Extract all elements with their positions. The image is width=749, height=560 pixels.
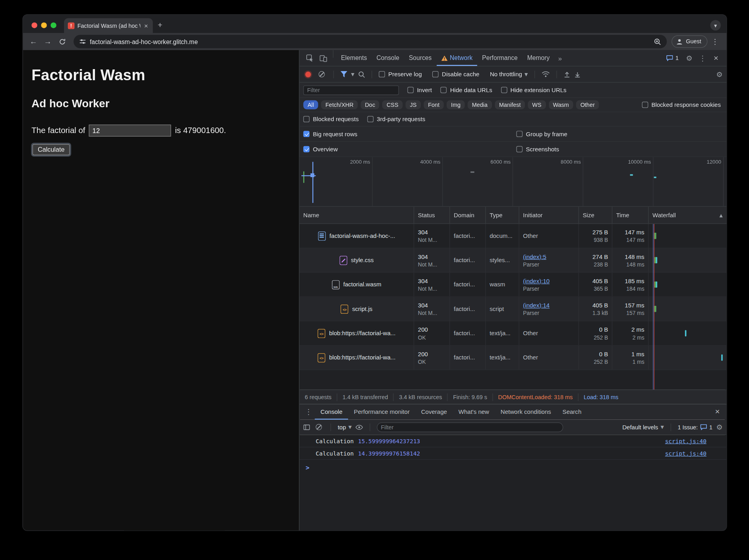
request-row[interactable]: blob:https://factorial-wa... 200OK facto… [300, 346, 727, 370]
clear-console-icon[interactable] [316, 424, 322, 430]
factorial-input[interactable] [89, 125, 171, 137]
network-conditions-icon[interactable] [542, 71, 550, 77]
address-bar[interactable]: factorial-wasm-ad-hoc-worker.glitch.me [74, 35, 667, 48]
screenshots-checkbox[interactable]: Screenshots [516, 146, 722, 153]
back-button[interactable]: ← [27, 35, 40, 48]
console-sidebar-icon[interactable] [303, 424, 310, 430]
request-row[interactable]: style.css 304Not M... factori... styles.… [300, 248, 727, 272]
new-tab-button[interactable]: + [153, 21, 168, 33]
request-row[interactable]: factorial-wasm-ad-hoc-... 304Not M... fa… [300, 224, 727, 248]
disable-cache-checkbox[interactable]: Disable cache [432, 71, 479, 78]
filter-caret-icon[interactable]: ▼ [351, 72, 354, 77]
drawer-tab-whats-new[interactable]: What's new [453, 404, 495, 419]
request-row[interactable]: script.js 304Not M... factori... script … [300, 297, 727, 321]
drawer-menu-icon[interactable]: ⋮ [302, 404, 315, 419]
tab-performance[interactable]: Performance [477, 50, 523, 66]
import-har-icon[interactable] [563, 71, 570, 78]
column-size[interactable]: Size [579, 207, 612, 224]
request-row[interactable]: factorial.wasm 304Not M... factori... wa… [300, 272, 727, 297]
chip-all[interactable]: All [303, 100, 318, 109]
initiator-link[interactable]: (index):14 [523, 302, 575, 309]
network-settings-icon[interactable]: ⚙ [716, 70, 723, 79]
inspect-icon[interactable] [303, 50, 317, 66]
column-initiator[interactable]: Initiator [519, 207, 579, 224]
request-row[interactable]: blob:https://factorial-wa... 200OK facto… [300, 321, 727, 346]
column-domain[interactable]: Domain [450, 207, 486, 224]
chip-fetch-xhr[interactable]: Fetch/XHR [321, 100, 358, 109]
console-settings-icon[interactable]: ⚙ [716, 423, 723, 431]
close-devtools-icon[interactable]: × [709, 50, 723, 66]
tab-sources[interactable]: Sources [404, 50, 436, 66]
more-tabs-icon[interactable]: » [554, 50, 566, 66]
invert-checkbox[interactable]: Invert [407, 87, 432, 93]
site-info-icon[interactable] [79, 38, 86, 45]
console-filter-input[interactable] [377, 422, 563, 432]
devtools-settings-icon[interactable]: ⚙ [683, 50, 696, 66]
eye-icon[interactable] [356, 424, 363, 430]
column-type[interactable]: Type [486, 207, 519, 224]
throttling-select[interactable]: No throttling▼ [490, 71, 528, 78]
column-status[interactable]: Status [414, 207, 450, 224]
close-tab-icon[interactable]: × [143, 22, 149, 29]
third-party-requests-checkbox[interactable]: 3rd-party requests [367, 116, 425, 123]
chip-wasm[interactable]: Wasm [549, 100, 573, 109]
drawer-tab-search[interactable]: Search [557, 404, 587, 419]
chip-other[interactable]: Other [576, 100, 599, 109]
column-waterfall[interactable]: Waterfall ▲ [648, 207, 726, 224]
overview-checkbox[interactable]: Overview [303, 146, 516, 153]
search-icon[interactable] [358, 71, 365, 78]
tab-memory[interactable]: Memory [523, 50, 554, 66]
blocked-response-cookies-checkbox[interactable]: Blocked response cookies [642, 101, 722, 108]
drawer-tab-coverage[interactable]: Coverage [415, 404, 453, 419]
chip-img[interactable]: Img [447, 100, 465, 109]
initiator-link[interactable]: (index):5 [523, 253, 575, 260]
zoom-icon[interactable] [654, 38, 661, 45]
chip-manifest[interactable]: Manifest [495, 100, 525, 109]
browser-tab[interactable]: ! Factorial Wasm (ad hoc Work × [64, 18, 153, 33]
network-overview-timeline[interactable]: 2000 ms 4000 ms 6000 ms 8000 ms 10000 ms… [300, 157, 727, 207]
export-har-icon[interactable] [574, 71, 581, 78]
hide-data-urls-checkbox[interactable]: Hide data URLs [441, 87, 492, 93]
chip-css[interactable]: CSS [382, 100, 403, 109]
log-levels-select[interactable]: Default levels▼ [622, 424, 664, 431]
chip-ws[interactable]: WS [528, 100, 546, 109]
tab-console[interactable]: Console [372, 50, 404, 66]
close-window-button[interactable] [31, 22, 37, 28]
issues-link[interactable]: 1 Issue: 1 [678, 424, 712, 431]
big-request-rows-checkbox[interactable]: Big request rows [303, 131, 516, 137]
chip-font[interactable]: Font [424, 100, 444, 109]
device-toolbar-icon[interactable] [317, 50, 330, 66]
blocked-requests-checkbox[interactable]: Blocked requests [303, 116, 358, 123]
forward-button[interactable]: → [41, 35, 54, 48]
fullscreen-window-button[interactable] [50, 22, 56, 28]
record-button[interactable] [305, 71, 311, 77]
tab-elements[interactable]: Elements [336, 50, 372, 66]
tab-network[interactable]: Network [436, 50, 477, 66]
source-link[interactable]: script.js:40 [665, 438, 706, 444]
execution-context-select[interactable]: top▼ [338, 424, 352, 431]
profile-button[interactable]: Guest [672, 35, 707, 48]
close-drawer-icon[interactable]: × [711, 404, 724, 419]
column-time[interactable]: Time [612, 207, 648, 224]
drawer-tab-console[interactable]: Console [315, 404, 348, 419]
hide-extension-urls-checkbox[interactable]: Hide extension URLs [501, 87, 566, 93]
network-filter-input[interactable] [303, 85, 399, 95]
chip-js[interactable]: JS [406, 100, 421, 109]
initiator-link[interactable]: (index):10 [523, 278, 575, 284]
source-link[interactable]: script.js:40 [665, 450, 706, 457]
drawer-tab-network-conditions[interactable]: Network conditions [495, 404, 557, 419]
chip-media[interactable]: Media [468, 100, 492, 109]
reload-button[interactable] [55, 35, 69, 48]
filter-icon[interactable] [341, 71, 347, 77]
minimize-window-button[interactable] [41, 22, 46, 28]
chip-doc[interactable]: Doc [361, 100, 379, 109]
console-prompt[interactable]: > [300, 464, 727, 471]
preserve-log-checkbox[interactable]: Preserve log [379, 71, 422, 78]
column-name[interactable]: Name [300, 207, 414, 224]
devtools-menu-icon[interactable]: ⋮ [696, 50, 709, 66]
issues-counter[interactable]: 1 [662, 50, 682, 66]
calculate-button[interactable]: Calculate [33, 144, 70, 155]
group-by-frame-checkbox[interactable]: Group by frame [516, 131, 722, 137]
drawer-tab-performance-monitor[interactable]: Performance monitor [348, 404, 415, 419]
tab-search-icon[interactable]: ▼ [710, 20, 721, 30]
